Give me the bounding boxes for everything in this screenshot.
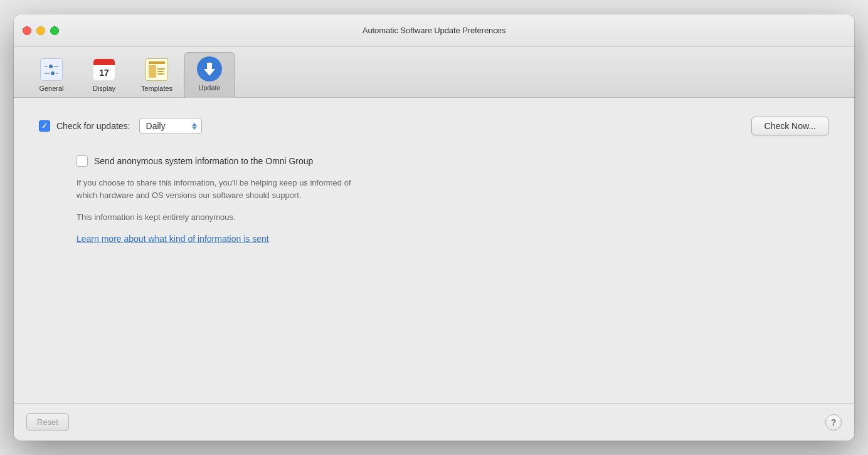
preferences-window: Automatic Software Update Preferences	[14, 14, 854, 441]
traffic-lights	[23, 26, 59, 35]
frequency-select[interactable]: Hourly Daily Weekly	[139, 118, 202, 134]
window-title: Automatic Software Update Preferences	[363, 26, 505, 35]
general-icon	[39, 57, 64, 82]
anon-row: Send anonymous system information to the…	[77, 155, 829, 167]
anon-section: Send anonymous system information to the…	[39, 155, 829, 244]
tab-general[interactable]: General	[26, 53, 77, 97]
help-button[interactable]: ?	[825, 414, 842, 431]
templates-icon	[144, 57, 169, 82]
bottom-bar: Reset ?	[14, 403, 854, 441]
display-icon: 17	[92, 57, 117, 82]
description-text-1: If you choose to share this information,…	[77, 177, 566, 189]
tab-display-label: Display	[93, 85, 115, 92]
toolbar: General 17 Display	[14, 47, 854, 98]
close-button[interactable]	[23, 26, 31, 35]
description-block: If you choose to share this information,…	[77, 177, 829, 201]
tab-update-label: Update	[198, 84, 220, 92]
content-area: ✓ Check for updates: Hourly Daily Weekly…	[14, 98, 854, 403]
reset-button[interactable]: Reset	[26, 413, 69, 431]
anon-checkbox[interactable]	[77, 155, 88, 167]
check-updates-container: ✓ Check for updates:	[39, 120, 130, 132]
minimize-button[interactable]	[36, 26, 45, 35]
update-icon	[197, 56, 222, 81]
anon-label: Send anonymous system information to the…	[94, 156, 313, 166]
tab-update[interactable]: Update	[184, 52, 235, 98]
tab-general-label: General	[39, 85, 63, 92]
tab-templates-label: Templates	[141, 85, 172, 92]
description-text-2: which hardware and OS versions our softw…	[77, 189, 566, 202]
check-updates-label: Check for updates:	[56, 121, 130, 131]
learn-more-link[interactable]: Learn more about what kind of informatio…	[77, 234, 829, 244]
tab-templates[interactable]: Templates	[132, 53, 182, 97]
checkmark-icon: ✓	[41, 122, 48, 130]
tab-display[interactable]: 17 Display	[79, 53, 129, 97]
anon-note: This information is kept entirely anonym…	[77, 211, 829, 224]
maximize-button[interactable]	[50, 26, 59, 35]
check-updates-checkbox[interactable]: ✓	[39, 120, 50, 132]
frequency-select-wrapper: Hourly Daily Weekly	[139, 118, 202, 134]
title-bar: Automatic Software Update Preferences	[14, 14, 854, 47]
check-now-button[interactable]: Check Now...	[751, 117, 829, 135]
updates-row: ✓ Check for updates: Hourly Daily Weekly…	[39, 117, 829, 135]
